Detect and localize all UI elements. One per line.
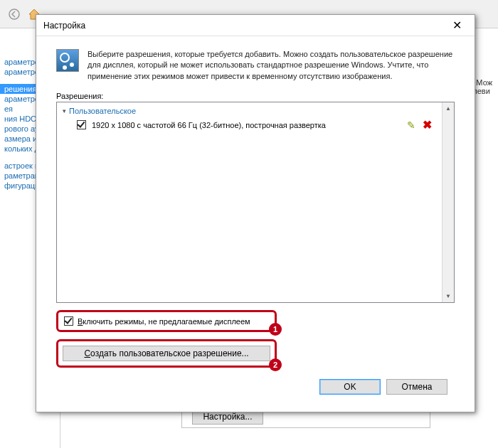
back-icon[interactable] <box>7 7 21 21</box>
svg-point-0 <box>9 9 19 19</box>
highlight-create-button: Создать пользовательское разрешение... 2 <box>56 339 277 368</box>
annotation-marker-2: 2 <box>269 358 282 371</box>
scroll-down-icon[interactable]: ▼ <box>443 290 454 302</box>
edit-icon[interactable]: ✎ <box>407 119 415 131</box>
dialog-title: Настройка <box>43 21 85 31</box>
info-row: Выберите разрешения, которые требуется д… <box>56 49 455 82</box>
highlight-enable-modes: Включить режимы, не предлагаемые дисплее… <box>56 310 277 332</box>
close-icon[interactable]: ✕ <box>447 18 467 32</box>
cancel-button[interactable]: Отмена <box>386 379 447 395</box>
annotation-marker-1: 1 <box>269 323 282 336</box>
resolutions-listbox[interactable]: ▾ Пользовательское 1920 x 1080 с частото… <box>56 102 455 303</box>
enable-modes-checkbox[interactable] <box>64 316 73 326</box>
create-btn-underline: С <box>84 348 90 358</box>
create-custom-resolution-button[interactable]: Создать пользовательское разрешение... <box>63 346 270 361</box>
resolutions-label: Разрешения: <box>56 92 455 100</box>
enable-modes-label[interactable]: Включить режимы, не предлагаемые дисплее… <box>78 317 250 326</box>
settings-dialog: Настройка ✕ Выберите разрешения, которые… <box>36 14 475 412</box>
collapse-icon[interactable]: ▾ <box>63 107 66 114</box>
dialog-body: Выберите разрешения, которые требуется д… <box>36 36 475 412</box>
delete-icon[interactable]: ✖ <box>423 118 432 132</box>
resolution-group-header[interactable]: ▾ Пользовательское <box>63 107 436 115</box>
dialog-titlebar: Настройка ✕ <box>36 15 475 36</box>
resolution-item-text: 1920 x 1080 с частотой 66 Гц (32-битное)… <box>92 121 326 129</box>
info-text: Выберите разрешения, которые требуется д… <box>88 49 455 82</box>
resolution-item-checkbox[interactable] <box>77 120 86 129</box>
scroll-up-icon[interactable]: ▲ <box>443 102 454 114</box>
resolution-item[interactable]: 1920 x 1080 с частотой 66 Гц (32-битное)… <box>63 115 436 134</box>
scrollbar[interactable]: ▲ ▼ <box>442 102 454 302</box>
monitor-icon <box>56 49 79 72</box>
dialog-footer: OK Отмена <box>56 375 455 405</box>
ok-button[interactable]: OK <box>319 379 381 395</box>
